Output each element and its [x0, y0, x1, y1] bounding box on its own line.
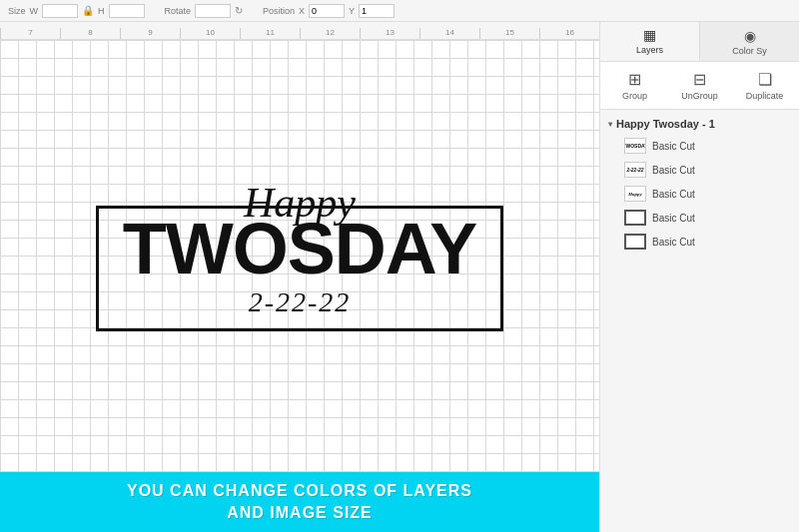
layer-name-2: Basic Cut: [652, 165, 695, 176]
rotate-group: Rotate ↻: [165, 4, 244, 18]
bottom-banner: YOU CAN CHANGE COLORS OF LAYERS AND IMAG…: [0, 472, 599, 532]
tab-color-sync[interactable]: ◉ Color Sy: [700, 22, 799, 61]
ruler-mark-7: 7: [0, 28, 60, 39]
layer-name-5: Basic Cut: [652, 237, 695, 248]
happy-text: Happy: [244, 180, 356, 226]
banner-text: YOU CAN CHANGE COLORS OF LAYERS AND IMAG…: [127, 480, 472, 525]
duplicate-label: Duplicate: [746, 91, 784, 101]
right-panel: ▦ Layers ◉ Color Sy ⊞ Group ⊟ UnGroup ❏ …: [599, 22, 799, 532]
layer-name-4: Basic Cut: [652, 213, 695, 224]
x-label: X: [299, 6, 305, 16]
banner-line2: AND IMAGE SIZE: [227, 504, 373, 521]
rotate-icon: ↻: [235, 5, 243, 16]
ruler-mark-8: 8: [60, 28, 120, 39]
layer-group-happy-twosday: ▾ Happy Twosday - 1 TWOSDAY Basic Cut 2-…: [600, 114, 799, 258]
ungroup-icon: ⊟: [693, 70, 706, 89]
ruler-mark-11: 11: [240, 28, 300, 39]
lock-icon: 🔒: [82, 5, 94, 16]
colorsync-tab-icon: ◉: [744, 28, 756, 44]
ruler-top: 7 8 9 10 11 12 13 14 15 16: [0, 22, 599, 40]
ungroup-label: UnGroup: [681, 91, 718, 101]
chevron-down-icon: ▾: [608, 120, 612, 129]
height-input[interactable]: [109, 4, 145, 18]
layer-thumb-3: Happy: [624, 186, 646, 202]
ruler-mark-12: 12: [300, 28, 360, 39]
ruler-mark-10: 10: [180, 28, 240, 39]
panel-tabs: ▦ Layers ◉ Color Sy: [600, 22, 799, 62]
layer-item-5[interactable]: Basic Cut: [608, 230, 791, 254]
panel-actions: ⊞ Group ⊟ UnGroup ❏ Duplicate: [600, 62, 799, 110]
layer-name-3: Basic Cut: [652, 189, 695, 200]
duplicate-icon: ❏: [758, 70, 772, 89]
layer-tree: ▾ Happy Twosday - 1 TWOSDAY Basic Cut 2-…: [600, 110, 799, 532]
ruler-mark-14: 14: [419, 28, 479, 39]
happy-above: Happy: [96, 182, 503, 224]
ruler-mark-9: 9: [120, 28, 180, 39]
group-label: Group: [622, 91, 647, 101]
main-area: 7 8 9 10 11 12 13 14 15 16 Happy: [0, 22, 799, 532]
layer-thumb-1: TWOSDAY: [624, 138, 646, 154]
layer-item-2[interactable]: 2-22-22 Basic Cut: [608, 158, 791, 182]
position-label: Position: [263, 6, 295, 16]
y-label: Y: [349, 6, 355, 16]
size-label: Size: [8, 6, 26, 16]
ruler-mark-16: 16: [539, 28, 599, 39]
ruler-mark-15: 15: [479, 28, 539, 39]
canvas-wrapper: 7 8 9 10 11 12 13 14 15 16 Happy: [0, 22, 599, 532]
date-text: 2-22-22: [123, 286, 476, 318]
rotate-label: Rotate: [165, 6, 192, 16]
ruler-marks: 7 8 9 10 11 12 13 14 15 16: [0, 28, 599, 39]
group-button[interactable]: ⊞ Group: [604, 66, 665, 105]
tab-layers[interactable]: ▦ Layers: [600, 22, 700, 61]
layer-name-1: Basic Cut: [652, 141, 695, 152]
duplicate-button[interactable]: ❏ Duplicate: [734, 66, 795, 105]
position-group: Position X Y: [263, 4, 395, 18]
ruler-mark-13: 13: [360, 28, 419, 39]
layers-tab-label: Layers: [636, 45, 663, 55]
layer-thumb-4: [624, 210, 646, 226]
layer-thumb-2: 2-22-22: [624, 162, 646, 178]
canvas-area: 7 8 9 10 11 12 13 14 15 16 Happy: [0, 22, 599, 532]
layer-item-1[interactable]: TWOSDAY Basic Cut: [608, 134, 791, 158]
banner-line1: YOU CAN CHANGE COLORS OF LAYERS: [127, 482, 472, 499]
group-icon: ⊞: [628, 70, 641, 89]
layer-item-3[interactable]: Happy Basic Cut: [608, 182, 791, 206]
h-label: H: [98, 6, 105, 16]
group-name: Happy Twosday - 1: [616, 118, 715, 130]
design-element: Happy TWOSDAY 2-22-22: [96, 182, 503, 331]
rotate-input[interactable]: [195, 4, 231, 18]
x-input[interactable]: [309, 4, 345, 18]
layer-group-header[interactable]: ▾ Happy Twosday - 1: [608, 118, 791, 130]
colorsync-tab-label: Color Sy: [732, 46, 767, 56]
size-group: Size W 🔒 H: [8, 4, 145, 18]
w-label: W: [30, 6, 39, 16]
ungroup-button[interactable]: ⊟ UnGroup: [669, 66, 730, 105]
layer-thumb-5: [624, 234, 646, 250]
canvas-inner[interactable]: Happy TWOSDAY 2-22-22: [0, 40, 599, 472]
layer-item-4[interactable]: Basic Cut: [608, 206, 791, 230]
y-input[interactable]: [359, 4, 395, 18]
toolbar: Size W 🔒 H Rotate ↻ Position X Y: [0, 0, 799, 22]
layers-tab-icon: ▦: [643, 27, 656, 43]
width-input[interactable]: [42, 4, 78, 18]
